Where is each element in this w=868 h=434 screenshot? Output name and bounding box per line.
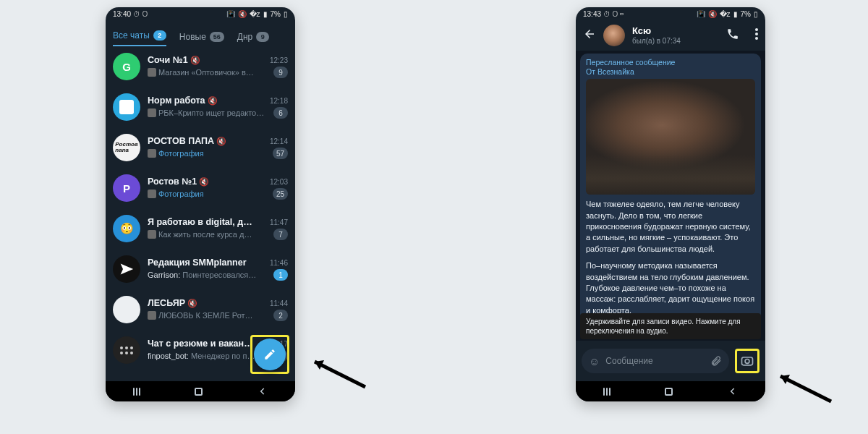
chat-title: ЛЕСЬЯР🔇 [148,298,197,308]
nav-home-icon[interactable] [195,388,203,396]
forwarded-header: Пересланное сообщение От Всезнайка [586,58,755,76]
mute-icon: 🔇 [708,10,717,18]
nav-recent-icon[interactable] [603,388,610,396]
chat-row[interactable]: ЛЕСЬЯР🔇11:44ЛЮБОВЬ К ЗЕМЛЕ Рот…2 [106,289,295,330]
tab-new[interactable]: Новые 56 [179,32,224,46]
nav-back-icon[interactable] [258,386,268,396]
avatar: Ростовпапа [113,134,140,161]
svg-rect-3 [742,357,753,365]
compose-button[interactable] [254,339,286,370]
chat-preview: finpost_bot: Менеджер по п… [148,352,255,360]
call-button[interactable] [726,27,739,43]
chat-header: Ксю был(а) в 07:34 [576,20,765,51]
chat-title: Редакция SMMplanner [148,258,247,268]
android-nav-bar [576,381,765,401]
last-seen: был(а) в 07:34 [632,37,719,46]
tab-badge: 56 [210,32,224,42]
android-nav-bar [106,381,295,401]
tab-dnr[interactable]: Днр 9 [237,32,269,46]
chat-preview: ЛЮБОВЬ К ЗЕМЛЕ Рот… [148,311,253,320]
unread-badge: 9 [273,67,288,78]
wifi-icon: �z [250,10,260,18]
tab-label: Новые [179,32,206,42]
chat-list[interactable]: GСочи №1🔇12:23Магазин «Оптовичок» в…9Нор… [106,46,295,381]
svg-point-0 [755,28,758,31]
more-button[interactable] [755,28,758,43]
chat-time: 11:47 [270,218,288,226]
battery-icon: ▯ [284,10,288,18]
chat-row[interactable]: GСочи №1🔇12:23Магазин «Оптовичок» в…9 [106,46,295,87]
chat-title-block[interactable]: Ксю был(а) в 07:34 [632,26,719,45]
wifi-icon: �z [720,10,731,18]
avatar[interactable] [603,25,625,46]
svg-point-1 [755,33,758,35]
compose-highlight [250,335,289,374]
tab-all-chats[interactable]: Все чаты 2 [113,30,166,46]
message-field[interactable]: ☺ Сообщение [582,349,729,373]
pencil-icon [263,348,276,361]
back-button[interactable] [583,27,596,43]
chat-title: Сочи №1🔇 [148,55,200,65]
chat-time: 11:46 [270,259,288,267]
avatar [113,255,140,283]
battery-text: 7% [271,10,281,18]
battery-text: 7% [741,10,751,18]
message-paragraph: Чем тяжелее одеяло, тем легче человеку з… [586,199,755,255]
chat-time: 11:44 [270,299,288,307]
status-extra: ⏱ O ▭ [603,10,624,18]
message-paragraph: По–научному методика называется воздейст… [586,260,755,316]
unread-badge: 1 [273,269,288,281]
nav-recent-icon[interactable] [133,388,140,396]
chat-row[interactable]: РостовпапаРОСТОВ ПАПА🔇12:14Фотография57 [106,127,295,168]
message-bubble[interactable]: Пересланное сообщение От Всезнайка Чем т… [580,54,761,336]
folder-tabs: Все чаты 2 Новые 56 Днр 9 [106,20,295,46]
tab-label: Все чаты [113,30,150,41]
chat-preview: Фотография [148,149,204,158]
avatar [113,336,140,364]
chat-row[interactable]: РРостов №1🔇12:03Фотография25 [106,168,295,208]
attach-icon[interactable] [710,355,722,367]
chat-time: 12:23 [270,56,288,64]
phone-chat-list: 13:40 ⏱ O 📳 🔇 �z ▮ 7% ▯ Все чаты 2 Новые… [106,7,295,401]
chat-title: Норм работа🔇 [148,95,218,106]
unread-badge: 57 [273,148,288,159]
chat-title: РОСТОВ ПАПА🔇 [148,136,226,146]
nav-back-icon[interactable] [728,386,738,396]
chat-row[interactable]: Норм работа🔇12:18РБК–Крипто ищет редакто… [106,87,295,127]
tab-badge: 2 [153,30,166,41]
signal-icon: ▮ [263,10,268,18]
chat-row[interactable]: Редакция SMMplanner11:46Garrison: Поинте… [106,249,295,289]
annotation-arrow [770,362,835,405]
chat-preview: Как жить после курса д… [148,230,252,239]
chat-title: Ростов №1🔇 [148,176,209,187]
chat-preview: Магазин «Оптовичок» в… [148,68,254,77]
mute-icon: 🔇 [238,10,247,18]
unread-badge: 7 [273,229,288,240]
chat-title: Я работаю в digital, дет…🔇 [148,217,256,227]
avatar [113,296,140,323]
vibrate-icon: 📳 [697,10,705,18]
camera-icon[interactable] [740,354,754,368]
svg-point-4 [745,359,749,364]
chat-preview: Фотография [148,190,204,198]
status-bar: 13:43 ⏱ O ▭ 📳 🔇 �z ▮ 7% ▯ [576,7,765,20]
chat-preview: РБК–Крипто ищет редакто… [148,109,264,117]
record-hint-tooltip: Удерживайте для записи видео. Нажмите дл… [580,313,761,339]
annotation-arrow [304,347,369,391]
unread-badge: 6 [273,107,288,119]
emoji-icon[interactable]: ☺ [589,355,600,367]
nav-home-icon[interactable] [665,388,673,396]
status-time: 13:43 [583,10,601,18]
avatar: Р [113,174,140,202]
camera-highlight [735,349,760,373]
unread-badge: 25 [273,188,288,200]
chat-title: Чат с резюме и ваканси…🔇 [148,339,256,349]
message-area[interactable]: Пересланное сообщение От Всезнайка Чем т… [576,51,765,341]
vibrate-icon: 📳 [226,10,235,18]
message-photo[interactable] [586,79,755,195]
status-extra: ⏱ O [133,10,148,18]
svg-point-2 [755,37,758,40]
chat-row[interactable]: 😳Я работаю в digital, дет…🔇11:47Как жить… [106,208,295,249]
message-placeholder: Сообщение [605,356,705,366]
unread-badge: 2 [273,310,288,321]
